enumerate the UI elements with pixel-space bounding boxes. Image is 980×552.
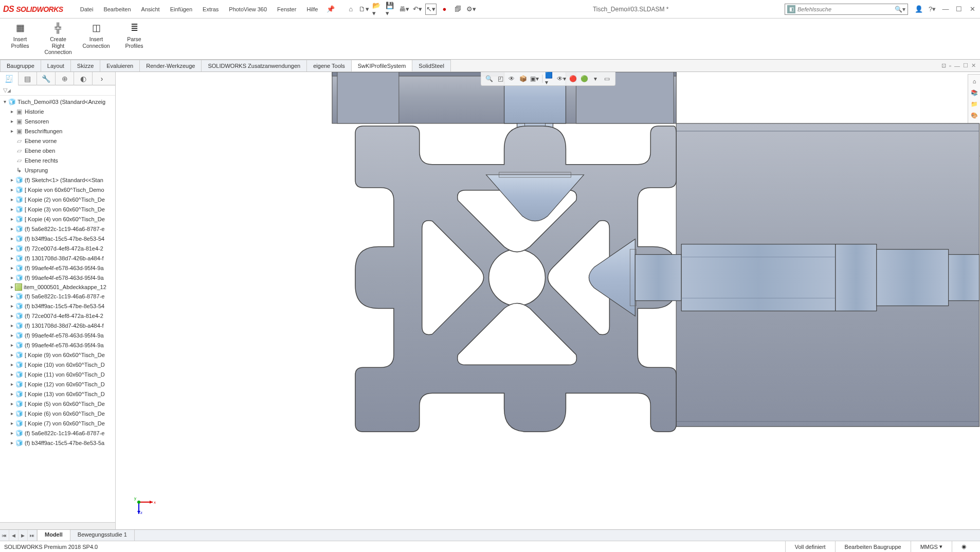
view-settings-icon[interactable]: ▾ (590, 74, 601, 84)
display-style-icon[interactable]: 🟦▾ (545, 74, 555, 84)
bottom-tab-modell[interactable]: Modell (38, 530, 70, 541)
home-icon[interactable]: ⌂ (345, 4, 356, 15)
menu-fenster[interactable]: Fenster (273, 4, 301, 14)
tree-sensoren[interactable]: ▸▣Sensoren (0, 116, 115, 126)
expand-icon[interactable]: ▸ (9, 352, 14, 358)
undo-icon[interactable]: ↶▾ (412, 4, 423, 15)
menu-bearbeiten[interactable]: Bearbeiten (99, 4, 135, 14)
doc-max-icon[interactable]: ☐ (963, 62, 968, 69)
tree-item-22[interactable]: ▸🧊[ Kopie (13) von 60x60^Tisch_D (0, 389, 115, 399)
tree-item-5[interactable]: ▸🧊(f) 5a6e822c-1c19-46a6-8787-e (0, 224, 115, 234)
select-icon[interactable]: ↖▾ (425, 4, 437, 15)
zoom-area-icon[interactable]: ◰ (495, 74, 505, 84)
tree-item-13[interactable]: ▸🧊(f) b34ff9ac-15c5-47be-8e53-54 (0, 301, 115, 311)
expand-icon[interactable]: ▸ (9, 332, 14, 338)
tree-historie[interactable]: ▸▣Historie (0, 106, 115, 116)
graphics-viewport[interactable]: 🔍 ◰ 👁 📦 ▣▾ 🟦▾ 👁▾ 🔴 🟢 ▾ ▭ ⌂ 📚 📁 🎨 ◉ ▤ ⊟ (116, 72, 980, 529)
close-icon[interactable]: ✕ (968, 5, 977, 13)
expand-icon[interactable]: ▸ (9, 118, 14, 124)
expand-icon[interactable]: ▸ (9, 187, 14, 192)
expand-icon[interactable]: ▸ (9, 197, 14, 202)
doc-switch-icon[interactable]: ⊡ (941, 62, 946, 69)
menu-einfügen[interactable]: Einfügen (166, 4, 197, 14)
zoom-fit-icon[interactable]: 🔍 (484, 74, 494, 84)
expand-icon[interactable]: ▸ (9, 391, 14, 397)
configuration-tab[interactable]: 🔧 (37, 72, 56, 85)
expand-icon[interactable]: ▸ (9, 109, 14, 114)
cmdtab-layout[interactable]: Layout (41, 60, 71, 72)
expand-icon[interactable]: ▸ (9, 177, 14, 183)
expand-icon[interactable]: ▸ (9, 303, 14, 309)
tree-ebene-oben[interactable]: ▱Ebene oben (0, 146, 115, 155)
ribbon-insert-button[interactable]: ▦InsertProfiles (4, 21, 36, 49)
expand-icon[interactable]: ▸ (9, 265, 14, 271)
display-manager-tab[interactable]: ◐ (74, 72, 93, 85)
tree-item-24[interactable]: ▸🧊[ Kopie (6) von 60x60^Tisch_De (0, 408, 115, 418)
ribbon-create-button[interactable]: ╬CreateRightConnection (42, 21, 74, 56)
expand-icon[interactable]: ▸ (9, 255, 14, 261)
tree-item-20[interactable]: ▸🧊[ Kopie (11) von 60x60^Tisch_D (0, 369, 115, 379)
save-icon[interactable]: 💾▾ (385, 4, 396, 15)
pin-icon[interactable]: 📌 (326, 5, 335, 13)
bottom-tab-bewegungsstudie-1[interactable]: Bewegungsstudie 1 (70, 530, 135, 541)
maximize-icon[interactable]: ☐ (954, 5, 964, 13)
tree-hscroll[interactable] (0, 522, 115, 529)
tree-item-23[interactable]: ▸🧊[ Kopie (5) von 60x60^Tisch_De (0, 399, 115, 408)
tree-item-8[interactable]: ▸🧊(f) 1301708d-38d7-426b-a484-f (0, 253, 115, 263)
new-icon[interactable]: 🗋▾ (358, 4, 370, 15)
expand-icon[interactable]: ▸ (9, 284, 14, 290)
expand-icon[interactable]: ▾ (2, 99, 7, 104)
menu-datei[interactable]: Datei (76, 4, 98, 14)
expand-icon[interactable]: ▸ (9, 275, 14, 280)
more-tabs-icon[interactable]: › (93, 72, 111, 85)
search-input[interactable] (797, 6, 895, 12)
tree-item-6[interactable]: ▸🧊(f) b34ff9ac-15c5-47be-8e53-54 (0, 234, 115, 243)
tree-ebene-rechts[interactable]: ▱Ebene rechts (0, 155, 115, 165)
search-icon[interactable]: 🔍▾ (895, 6, 905, 13)
tree-item-1[interactable]: ▸🧊[ Kopie von 60x60^Tisch_Demo (0, 185, 115, 194)
tree-item-14[interactable]: ▸🧊(f) 72ce007d-4ef8-472a-81e4-2 (0, 311, 115, 320)
tree-root-assembly[interactable]: ▾🧊Tisch_Demo#03 (Standard<Anzeig (0, 97, 115, 106)
tree-item-11[interactable]: ▸◫item_0000501_Abdeckkappe_12 (0, 282, 115, 291)
tree-item-10[interactable]: ▸🧊(f) 99aefe4f-e578-463d-95f4-9a (0, 273, 115, 282)
tree-item-9[interactable]: ▸🧊(f) 99aefe4f-e578-463d-95f4-9a (0, 263, 115, 273)
tree-beschriftungen[interactable]: ▸▣Beschriftungen (0, 126, 115, 136)
expand-icon[interactable]: ▸ (9, 236, 14, 241)
feature-tree-tab[interactable]: 🧾 (0, 72, 19, 85)
expand-icon[interactable]: ▸ (9, 293, 14, 299)
expand-icon[interactable]: ▸ (9, 411, 14, 416)
help-icon[interactable]: ?▾ (928, 5, 937, 13)
tree-item-17[interactable]: ▸🧊(f) 99aefe4f-e578-463d-95f4-9a (0, 340, 115, 350)
expand-icon[interactable]: ▸ (9, 226, 14, 232)
menu-photoview-360[interactable]: PhotoView 360 (224, 4, 271, 14)
tree-item-25[interactable]: ▸🧊[ Kopie (7) von 60x60^Tisch_De (0, 418, 115, 428)
menu-hilfe[interactable]: Hilfe (302, 4, 322, 14)
tree-filter[interactable]: ▽◢ (0, 85, 115, 96)
settings-icon[interactable]: ⚙▾ (465, 4, 477, 15)
tree-item-27[interactable]: ▸🧊(f) b34ff9ac-15c5-47be-8e53-5a (0, 438, 115, 448)
cmdtab-solidsteel[interactable]: SolidSteel (412, 60, 451, 72)
tree-item-15[interactable]: ▸🧊(f) 1301708d-38d7-426b-a484-f (0, 320, 115, 330)
cmdtab-evaluieren[interactable]: Evaluieren (100, 60, 140, 72)
expand-icon[interactable]: ▸ (9, 323, 14, 328)
tree-item-4[interactable]: ▸🧊[ Kopie (4) von 60x60^Tisch_De (0, 214, 115, 224)
cmdtab-baugruppe[interactable]: Baugruppe (0, 60, 41, 72)
cmdtab-eigene-tools[interactable]: eigene Tools (307, 60, 352, 72)
tree-item-7[interactable]: ▸🧊(f) 72ce007d-4ef8-472a-81e4-2 (0, 243, 115, 253)
menu-ansicht[interactable]: Ansicht (137, 4, 165, 14)
menu-extras[interactable]: Extras (198, 4, 223, 14)
cmdtab-render-werkzeuge[interactable]: Render-Werkzeuge (140, 60, 202, 72)
expand-icon[interactable]: ▸ (9, 381, 14, 387)
user-icon[interactable]: 👤 (914, 5, 923, 13)
doc-list-icon[interactable]: ▫ (949, 63, 951, 69)
tree-item-3[interactable]: ▸🧊[ Kopie (3) von 60x60^Tisch_De (0, 204, 115, 214)
tree-item-26[interactable]: ▸🧊(f) 5a6e822c-1c19-46a6-8787-e (0, 428, 115, 438)
tree-item-16[interactable]: ▸🧊(f) 99aefe4f-e578-463d-95f4-9a (0, 330, 115, 340)
options-icon[interactable]: 🗐 (452, 4, 463, 15)
view-orient-icon[interactable]: ▣▾ (529, 74, 539, 84)
expand-icon[interactable]: ▸ (9, 401, 14, 406)
rebuild-icon[interactable]: ● (439, 4, 450, 15)
print-icon[interactable]: 🖶▾ (398, 4, 410, 15)
open-icon[interactable]: 📂▾ (372, 4, 383, 15)
cmdtab-solidworks-zusatzanwendungen[interactable]: SOLIDWORKS Zusatzanwendungen (202, 60, 307, 72)
